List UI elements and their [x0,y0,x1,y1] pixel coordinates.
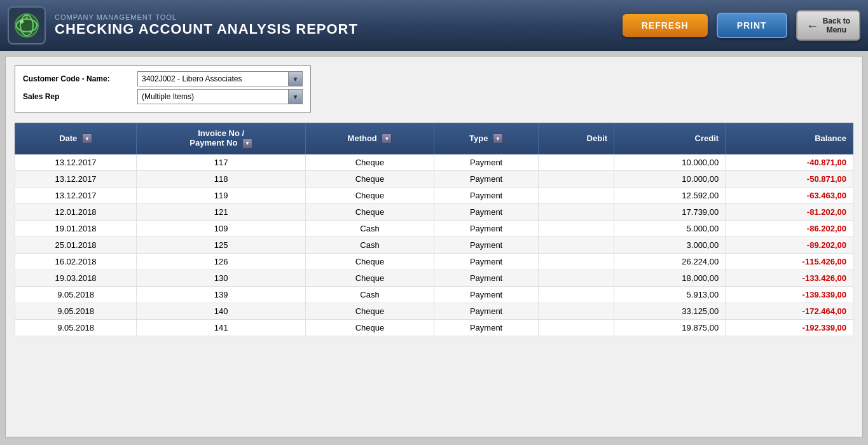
table-row: 13.12.2017119ChequePayment12.592,00-63.4… [15,187,853,203]
report-title: CHECKING ACCOUNT ANALYSIS REPORT [55,21,623,38]
col-invoice-label: Invoice No /Payment No [189,128,244,147]
table-cell [539,220,614,236]
table-cell: 10.000,00 [614,170,726,187]
table-cell: 25.01.2018 [15,236,137,253]
table-cell: 10.000,00 [614,154,726,170]
svg-point-3 [20,20,24,24]
table-cell: Payment [434,187,538,203]
table-cell: Payment [434,303,538,319]
col-credit-label: Credit [695,134,719,143]
table-cell: Cheque [306,319,434,336]
table-cell: 19.03.2018 [15,270,137,286]
col-type: Type ▼ [434,123,538,154]
table-row: 9.05.2018140ChequePayment33.125,00-172.4… [15,303,853,319]
table-cell: 13.12.2017 [15,154,137,170]
print-button[interactable]: PRINT [717,13,787,38]
table-cell: 5.000,00 [614,220,726,236]
customer-code-value: 3402J002 - Libero Associates [138,73,288,85]
table-row: 25.01.2018125CashPayment3.000,00-89.202,… [15,236,853,253]
back-to-menu-button[interactable]: ← Back toMenu [796,10,860,41]
table-cell: 9.05.2018 [15,303,137,319]
col-balance-label: Balance [815,134,846,143]
content-area: Customer Code - Name: 3402J002 - Libero … [5,56,863,437]
header-row: Date ▼ Invoice No /Payment No ▼ Method ▼… [15,123,853,154]
refresh-button[interactable]: REFRESH [623,14,708,37]
table-cell: 125 [137,236,306,253]
table-cell: Cash [306,236,434,253]
table-cell: 130 [137,270,306,286]
sales-rep-box: (Multiple Items) ▼ [137,89,303,104]
table-cell: -192.339,00 [726,319,853,336]
customer-code-dropdown[interactable]: ▼ [288,72,302,86]
table-cell: 18.000,00 [614,270,726,286]
table-cell: 117 [137,154,306,170]
table-cell: Payment [434,286,538,303]
table-cell: -63.463,00 [726,187,853,203]
table-cell [539,187,614,203]
table-cell: 26.224,00 [614,253,726,270]
table-cell: Cheque [306,187,434,203]
table-cell: -50.871,00 [726,170,853,187]
col-type-label: Type [469,134,488,143]
table-cell: 119 [137,187,306,203]
table-cell: Cheque [306,270,434,286]
col-method: Method ▼ [306,123,434,154]
method-filter-button[interactable]: ▼ [382,134,392,144]
table-cell: -81.202,00 [726,203,853,220]
table-cell [539,303,614,319]
table-cell [539,154,614,170]
table-cell: Payment [434,270,538,286]
header-titles: COMPANY MANAGEMENT TOOL CHECKING ACCOUNT… [55,13,623,38]
type-filter-button[interactable]: ▼ [493,134,503,144]
col-credit: Credit [614,123,726,154]
table-cell: -86.202,00 [726,220,853,236]
customer-filter-row: Customer Code - Name: 3402J002 - Libero … [23,71,303,86]
sales-rep-dropdown[interactable]: ▼ [288,90,302,104]
table-row: 12.01.2018121ChequePayment17.739,00-81.2… [15,203,853,220]
table-cell: Payment [434,253,538,270]
table-cell: Payment [434,236,538,253]
date-filter-button[interactable]: ▼ [82,134,92,144]
table-cell: 33.125,00 [614,303,726,319]
table-cell: -40.871,00 [726,154,853,170]
table-row: 19.03.2018130ChequePayment18.000,00-133.… [15,270,853,286]
table-cell: Cheque [306,154,434,170]
sales-rep-label: Sales Rep [23,92,137,101]
table-cell: Payment [434,170,538,187]
header: COMPANY MANAGEMENT TOOL CHECKING ACCOUNT… [0,0,868,51]
table-cell: 5.913,00 [614,286,726,303]
col-debit-label: Debit [587,134,608,143]
invoice-filter-button[interactable]: ▼ [242,139,252,149]
svg-point-4 [25,17,28,19]
table-cell: Payment [434,203,538,220]
header-buttons: REFRESH PRINT ← Back toMenu [623,10,860,41]
sales-rep-value: (Multiple Items) [138,91,288,102]
table-cell: 9.05.2018 [15,319,137,336]
table-cell: 141 [137,319,306,336]
table-cell: 126 [137,253,306,270]
table-body: 13.12.2017117ChequePayment10.000,00-40.8… [15,154,853,336]
filter-section: Customer Code - Name: 3402J002 - Libero … [15,65,311,113]
table-cell: 16.02.2018 [15,253,137,270]
table-cell: -115.426,00 [726,253,853,270]
table-cell: -133.426,00 [726,270,853,286]
table-cell: 139 [137,286,306,303]
table-cell: -89.202,00 [726,236,853,253]
table-cell [539,286,614,303]
col-balance: Balance [726,123,853,154]
table-cell: 13.12.2017 [15,170,137,187]
table-cell: Cash [306,286,434,303]
table-cell: 17.739,00 [614,203,726,220]
col-debit: Debit [539,123,614,154]
sales-rep-filter-row: Sales Rep (Multiple Items) ▼ [23,89,303,104]
table-cell [539,203,614,220]
table-cell: Payment [434,154,538,170]
table-cell: 12.592,00 [614,187,726,203]
table-row: 19.01.2018109CashPayment5.000,00-86.202,… [15,220,853,236]
table-row: 9.05.2018141ChequePayment19.875,00-192.3… [15,319,853,336]
table-cell: Cash [306,220,434,236]
table-cell [539,270,614,286]
customer-code-label: Customer Code - Name: [23,74,137,83]
table-cell: -172.464,00 [726,303,853,319]
table-cell: 12.01.2018 [15,203,137,220]
